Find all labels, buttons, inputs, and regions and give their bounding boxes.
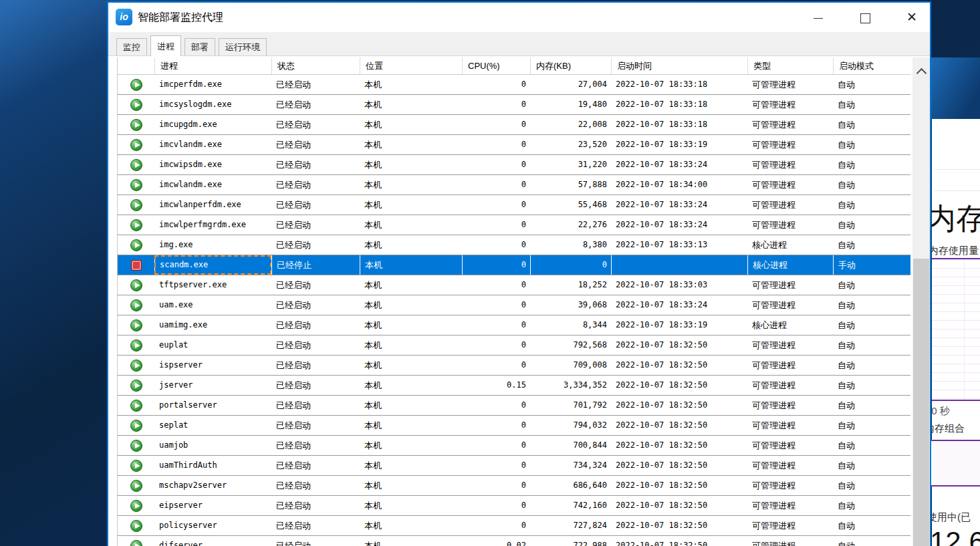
table-row[interactable]: uamjob 已经启动 本机 0 700,844 2022-10-07 18:3… xyxy=(117,436,910,456)
close-button[interactable]: ✕ xyxy=(897,7,927,28)
table-row[interactable]: tftpserver.exe 已经启动 本机 0 18,252 2022-10-… xyxy=(117,275,910,295)
cell-status: 已经停止 xyxy=(271,255,360,275)
cell-location: 本机 xyxy=(360,155,462,174)
table-row[interactable]: img.exe 已经启动 本机 0 8,380 2022-10-07 18:33… xyxy=(117,235,910,255)
table-row[interactable]: policyserver 已经启动 本机 0 727,824 2022-10-0… xyxy=(117,516,910,536)
title-bar[interactable]: io 智能部署监控代理 ✕ xyxy=(108,3,930,32)
column-header[interactable]: 位置 xyxy=(360,57,462,74)
cell-status: 已经启动 xyxy=(271,456,360,475)
column-header[interactable]: 进程 xyxy=(154,57,271,74)
table-row[interactable]: uamThirdAuth 已经启动 本机 0 734,324 2022-10-0… xyxy=(117,456,910,476)
minimize-button[interactable] xyxy=(804,7,833,28)
table-row[interactable]: imcwlanperfdm.exe 已经启动 本机 0 55,468 2022-… xyxy=(117,195,910,215)
cell-location: 本机 xyxy=(360,195,462,215)
cell-memory: 722,988 xyxy=(530,536,611,546)
cell-memory: 709,008 xyxy=(530,356,611,375)
vertical-scrollbar[interactable] xyxy=(912,57,930,546)
background-list-divider xyxy=(935,190,980,191)
column-header[interactable]: 类型 xyxy=(747,57,833,74)
in-use-value: 12.6 xyxy=(930,526,980,546)
cell-memory: 55,468 xyxy=(530,195,611,215)
cell-memory: 3,334,352 xyxy=(530,376,611,395)
play-icon xyxy=(130,360,142,372)
table-row[interactable]: euplat 已经启动 本机 0 792,568 2022-10-07 18:3… xyxy=(117,335,910,356)
play-icon xyxy=(130,380,142,392)
table-row[interactable]: ispserver 已经启动 本机 0 709,008 2022-10-07 1… xyxy=(117,356,910,376)
cell-process-name: imcperfdm.exe xyxy=(154,75,271,94)
play-icon xyxy=(130,460,142,472)
cell-memory: 19,480 xyxy=(530,95,611,114)
table-row[interactable]: uam.exe 已经启动 本机 0 39,068 2022-10-07 18:3… xyxy=(117,295,910,315)
tab-1[interactable]: 监控 xyxy=(116,38,147,55)
cell-memory: 57,888 xyxy=(530,175,611,194)
table-row[interactable]: jserver 已经启动 本机 0.15 3,334,352 2022-10-0… xyxy=(117,376,910,396)
cell-process-name: uamimg.exe xyxy=(154,315,271,335)
cell-memory: 794,032 xyxy=(530,416,611,435)
table-row[interactable]: imcwipsdm.exe 已经启动 本机 0 31,220 2022-10-0… xyxy=(117,155,910,175)
cell-memory: 23,520 xyxy=(530,135,611,154)
cell-process-name: imcwipsdm.exe xyxy=(154,155,271,174)
cell-process-name: policyserver xyxy=(154,516,271,535)
memory-composition-bar xyxy=(929,440,980,487)
cell-location: 本机 xyxy=(360,476,462,495)
table-row[interactable]: imcwlperfmgrdm.exe 已经启动 本机 0 22,276 2022… xyxy=(117,215,910,235)
cell-start-mode: 自动 xyxy=(833,115,911,134)
cell-start-mode: 自动 xyxy=(833,95,911,114)
cell-start-time: 2022-10-07 18:33:03 xyxy=(611,275,747,295)
cell-start-mode: 自动 xyxy=(833,175,911,194)
cell-type: 可管理进程 xyxy=(747,155,833,174)
cell-type: 核心进程 xyxy=(747,315,833,335)
column-header[interactable]: 状态 xyxy=(271,57,360,74)
cell-start-time: 2022-10-07 18:34:00 xyxy=(611,175,747,194)
scrollbar-thumb[interactable] xyxy=(913,259,929,546)
column-header[interactable]: 启动模式 xyxy=(833,57,911,74)
play-icon xyxy=(130,480,142,492)
cell-process-name: imcvlandm.exe xyxy=(154,135,271,154)
cell-start-mode: 自动 xyxy=(833,315,911,335)
table-row[interactable]: scandm.exe 已经停止 本机 0 0 核心进程 手动 xyxy=(117,255,910,275)
table-row[interactable]: imcupgdm.exe 已经启动 本机 0 22,008 2022-10-07… xyxy=(117,115,910,135)
cell-status: 已经启动 xyxy=(271,356,360,375)
table-row[interactable]: uamimg.exe 已经启动 本机 0 8,344 2022-10-07 18… xyxy=(117,315,910,335)
play-icon xyxy=(130,119,142,131)
tab-4[interactable]: 运行环境 xyxy=(219,38,267,55)
cell-start-time: 2022-10-07 18:33:24 xyxy=(611,195,747,215)
cell-start-mode: 手动 xyxy=(833,255,911,275)
cell-process-name: imcwlandm.exe xyxy=(154,175,271,194)
column-header-icon[interactable] xyxy=(118,57,154,74)
cell-type: 可管理进程 xyxy=(747,456,833,475)
cell-memory: 734,324 xyxy=(530,456,611,475)
table-row[interactable]: seplat 已经启动 本机 0 794,032 2022-10-07 18:3… xyxy=(117,416,910,436)
cell-status: 已经启动 xyxy=(271,235,360,255)
cell-start-mode: 自动 xyxy=(833,416,911,435)
maximize-button[interactable] xyxy=(850,7,880,28)
play-icon xyxy=(130,219,142,231)
column-header[interactable]: CPU(%) xyxy=(462,57,530,74)
cell-process-name: img.exe xyxy=(154,235,271,255)
cell-status: 已经启动 xyxy=(271,175,360,194)
table-row[interactable]: difserver 已经启动 本机 0.02 722,988 2022-10-0… xyxy=(117,536,910,546)
table-row[interactable]: mschapv2server 已经启动 本机 0 686,640 2022-10… xyxy=(117,476,910,496)
play-icon xyxy=(130,99,142,111)
table-row[interactable]: imcsyslogdm.exe 已经启动 本机 0 19,480 2022-10… xyxy=(117,95,910,115)
table-row[interactable]: eipserver 已经启动 本机 0 742,160 2022-10-07 1… xyxy=(117,496,910,516)
scroll-up-button[interactable] xyxy=(912,63,930,80)
cell-memory: 31,220 xyxy=(530,155,611,174)
table-row[interactable]: imcwlandm.exe 已经启动 本机 0 57,888 2022-10-0… xyxy=(117,175,910,195)
cell-memory: 27,004 xyxy=(530,75,611,94)
table-row[interactable]: imcperfdm.exe 已经启动 本机 0 27,004 2022-10-0… xyxy=(117,75,910,95)
cell-location: 本机 xyxy=(360,456,462,475)
cell-start-time: 2022-10-07 18:32:50 xyxy=(611,496,747,515)
cell-status: 已经启动 xyxy=(271,496,360,515)
column-header[interactable]: 内存(KB) xyxy=(530,57,611,74)
maximize-icon xyxy=(860,13,870,23)
table-row[interactable]: portalserver 已经启动 本机 0 701,792 2022-10-0… xyxy=(117,396,910,416)
cell-start-time: 2022-10-07 18:32:50 xyxy=(611,416,747,435)
cell-type: 核心进程 xyxy=(747,235,833,255)
cell-type: 可管理进程 xyxy=(747,416,833,435)
table-row[interactable]: imcvlandm.exe 已经启动 本机 0 23,520 2022-10-0… xyxy=(117,135,910,155)
cell-location: 本机 xyxy=(360,496,462,515)
tab-2[interactable]: 进程 xyxy=(150,35,181,56)
column-header[interactable]: 启动时间 xyxy=(611,57,747,74)
tab-3[interactable]: 部署 xyxy=(185,38,215,55)
